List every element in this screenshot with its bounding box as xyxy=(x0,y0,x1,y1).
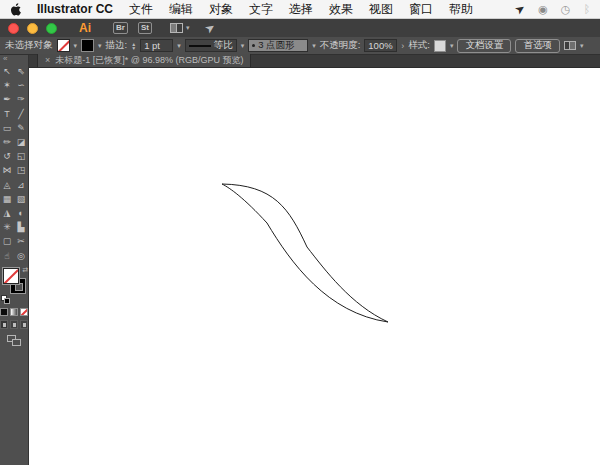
macos-menu-bar: Illustrator CC 文件编辑对象文字选择效果视图窗口帮助 ➤ ◉ ◷ … xyxy=(0,0,600,19)
tool-line-segment[interactable]: ╱ xyxy=(14,107,28,121)
draw-behind-button[interactable] xyxy=(10,320,18,329)
brush-name: 3 点圆形 xyxy=(258,39,294,52)
stroke-weight-chevron-icon[interactable]: ▾ xyxy=(177,42,181,50)
tool-hand[interactable]: ☝ xyxy=(0,248,14,262)
stroke-weight-input[interactable]: 1 pt xyxy=(140,39,173,52)
style-swatch[interactable] xyxy=(434,40,446,52)
tool-symbol-sprayer[interactable]: ✳ xyxy=(0,220,14,234)
paint-mode-buttons xyxy=(0,308,28,316)
tool-zoom[interactable]: ◎ xyxy=(14,248,28,262)
window-minimize-button[interactable] xyxy=(27,23,38,34)
tool-shape-builder[interactable]: ◬ xyxy=(0,178,14,192)
stroke-chevron-icon[interactable]: ▾ xyxy=(98,42,102,50)
artboard-canvas[interactable] xyxy=(29,68,600,465)
menu-items: 文件编辑对象文字选择效果视图窗口帮助 xyxy=(129,1,473,18)
menu-item-effect[interactable]: 效果 xyxy=(329,1,353,18)
style-chevron-icon[interactable]: ▾ xyxy=(450,42,454,50)
default-fill-stroke-icon[interactable] xyxy=(1,295,10,304)
draw-normal-button[interactable] xyxy=(0,320,8,329)
share-icon[interactable]: ➤ xyxy=(202,19,218,36)
arrange-panels-chevron-icon[interactable]: ▾ xyxy=(580,42,584,50)
tool-magic-wand[interactable]: ✶ xyxy=(0,78,14,92)
menu-item-edit[interactable]: 编辑 xyxy=(169,1,193,18)
clock-icon[interactable]: ◷ xyxy=(561,3,571,16)
bridge-button[interactable]: Br xyxy=(113,22,128,34)
preferences-button[interactable]: 首选项 xyxy=(515,39,560,53)
width-profile-preview xyxy=(189,45,211,47)
document-tab[interactable]: × 未标题-1 [已恢复]* @ 96.98% (RGB/GPU 预览) xyxy=(37,54,251,67)
menu-item-object[interactable]: 对象 xyxy=(209,1,233,18)
brush-chevron-icon[interactable]: ▾ xyxy=(312,42,316,50)
workspace-switcher-icon[interactable] xyxy=(170,23,183,33)
fill-chevron-icon[interactable]: ▾ xyxy=(74,42,78,50)
width-profile-label: 等比 xyxy=(214,39,233,52)
menu-app-name[interactable]: Illustrator CC xyxy=(37,2,113,16)
tool-perspective-grid[interactable]: ⊿ xyxy=(14,178,28,192)
tool-mesh[interactable]: ▦ xyxy=(0,192,14,206)
tool-scale[interactable]: ◱ xyxy=(14,149,28,163)
tool-eraser[interactable]: ◪ xyxy=(14,135,28,149)
tool-selection[interactable]: ↖ xyxy=(0,64,14,78)
curve-upper-path xyxy=(222,184,388,322)
menu-item-select[interactable]: 选择 xyxy=(289,1,313,18)
opacity-input[interactable]: 100% xyxy=(364,39,397,52)
tool-type[interactable]: T xyxy=(0,107,14,121)
apple-logo-icon[interactable] xyxy=(10,3,23,16)
screen-mode-button[interactable] xyxy=(7,335,21,346)
siri-icon[interactable]: ◉ xyxy=(538,3,548,16)
stroke-weight-label: 描边: xyxy=(106,39,128,52)
menu-item-window[interactable]: 窗口 xyxy=(409,1,433,18)
tool-artboard[interactable]: ▢ xyxy=(0,234,14,248)
none-button[interactable] xyxy=(20,308,28,316)
tool-lasso[interactable]: ∽ xyxy=(14,78,28,92)
color-button[interactable] xyxy=(0,308,8,316)
fill-color-swatch[interactable] xyxy=(57,39,70,52)
tool-blend[interactable]: ◐ xyxy=(14,206,28,220)
menu-item-file[interactable]: 文件 xyxy=(129,1,153,18)
menu-item-type[interactable]: 文字 xyxy=(249,1,273,18)
tool-slice[interactable]: ✂ xyxy=(14,234,28,248)
tool-free-transform[interactable]: ◳ xyxy=(14,163,28,177)
tools-collapse-button[interactable]: « xyxy=(0,55,28,64)
width-profile-select[interactable]: 等比 xyxy=(185,39,237,52)
opacity-more-icon[interactable]: › xyxy=(401,41,404,51)
document-setup-button[interactable]: 文档设置 xyxy=(457,39,511,53)
tab-title: 未标题-1 [已恢复]* @ 96.98% (RGB/GPU 预览) xyxy=(55,54,243,67)
tool-paintbrush[interactable]: ✎ xyxy=(14,121,28,135)
bluetooth-icon[interactable]: ᛒ xyxy=(583,3,590,15)
tool-column-graph[interactable]: ▙ xyxy=(14,220,28,234)
tool-curvature[interactable]: ✑ xyxy=(14,92,28,106)
window-close-button[interactable] xyxy=(8,23,19,34)
gradient-button[interactable] xyxy=(10,308,18,316)
fill-indicator[interactable] xyxy=(3,268,19,284)
tool-rotate[interactable]: ↺ xyxy=(0,149,14,163)
document-area: × 未标题-1 [已恢复]* @ 96.98% (RGB/GPU 预览) xyxy=(29,55,600,465)
brush-select[interactable]: 3 点圆形 xyxy=(248,39,308,52)
window-zoom-button[interactable] xyxy=(46,23,57,34)
artwork-svg xyxy=(29,68,599,465)
tool-pen[interactable]: ✒ xyxy=(0,92,14,106)
width-profile-chevron-icon[interactable]: ▾ xyxy=(241,42,245,50)
workspace-chevron-icon[interactable]: ▾ xyxy=(186,24,190,32)
document-tab-bar: × 未标题-1 [已恢复]* @ 96.98% (RGB/GPU 预览) xyxy=(29,55,600,68)
stroke-color-swatch[interactable] xyxy=(81,39,94,52)
tab-close-icon[interactable]: × xyxy=(45,56,50,65)
tool-rectangle[interactable]: ▭ xyxy=(0,121,14,135)
swap-fill-stroke-icon[interactable]: ⇄ xyxy=(22,266,28,274)
arrange-panels-icon[interactable] xyxy=(564,41,576,50)
location-arrow-icon[interactable]: ➤ xyxy=(512,0,528,17)
fill-stroke-indicator: ⇄ xyxy=(0,266,28,306)
stroke-weight-stepper[interactable]: ▲▼ xyxy=(131,42,136,50)
opacity-label: 不透明度: xyxy=(320,39,361,52)
stock-button[interactable]: St xyxy=(138,22,152,34)
brush-preview-dot xyxy=(252,44,255,47)
tool-width[interactable]: ⋈ xyxy=(0,163,14,177)
menu-item-help[interactable]: 帮助 xyxy=(449,1,473,18)
tool-pencil[interactable]: ✏ xyxy=(0,135,14,149)
menu-item-view[interactable]: 视图 xyxy=(369,1,393,18)
tool-eyedropper[interactable]: ◮ xyxy=(0,206,14,220)
draw-inside-button[interactable] xyxy=(20,320,28,329)
tools-panel: « ↖⇖✶∽✒✑T╱▭✎✏◪↺◱⋈◳◬⊿▦▧◮◐✳▙▢✂☝◎ ⇄ xyxy=(0,55,29,465)
tool-direct-selection[interactable]: ⇖ xyxy=(14,64,28,78)
tool-gradient[interactable]: ▧ xyxy=(14,192,28,206)
